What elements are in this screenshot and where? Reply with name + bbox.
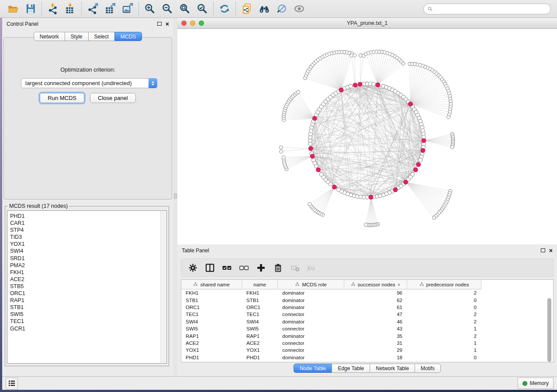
graph-node[interactable] <box>349 84 353 88</box>
split-view-button[interactable] <box>204 262 215 273</box>
list-item[interactable]: ORC1 <box>10 290 166 297</box>
float-table-panel-icon[interactable] <box>541 248 545 252</box>
column-header-predecessor-nodes[interactable]: predecessor nodes <box>407 280 481 289</box>
close-table-panel-icon[interactable]: × <box>549 248 553 253</box>
table-row[interactable]: ORC1ORC1dominator610 <box>181 304 553 311</box>
mcds-result-list[interactable]: PHD1CAR1STP4TID3YOX1SWI4SRD1PMA2FKH1ACE2… <box>7 210 167 364</box>
graph-leaf-node[interactable] <box>308 203 311 206</box>
deselect-all-button[interactable] <box>239 262 249 273</box>
binoculars-button[interactable] <box>256 1 273 16</box>
list-item[interactable]: SWI5 <box>10 311 166 318</box>
zoom-out-button[interactable] <box>159 1 176 16</box>
criterion-select[interactable]: largest connected component (undirected) <box>21 78 157 88</box>
table-row[interactable]: TEC1TEC1connector472 <box>181 311 553 318</box>
list-item[interactable]: YOX1 <box>10 241 166 248</box>
column-header-successor-nodes[interactable]: successor nodes∨ <box>344 280 407 289</box>
list-item[interactable]: TEC1 <box>10 318 166 325</box>
list-item[interactable]: TID3 <box>10 234 166 241</box>
node-table[interactable]: shared namenameMCDS rolesuccessor nodes∨… <box>181 279 554 362</box>
graph-node[interactable] <box>311 158 315 162</box>
graph-mcds-node[interactable] <box>310 154 315 158</box>
export-network-button[interactable] <box>84 1 101 16</box>
table-row[interactable]: SWI4SWI4dominator462 <box>181 318 553 325</box>
list-item[interactable]: SWI4 <box>10 248 166 254</box>
table-row[interactable]: FKH1FKH1dominator962 <box>181 289 553 296</box>
list-item[interactable]: PHD1 <box>10 213 166 220</box>
graph-node[interactable] <box>319 172 323 176</box>
graph-mcds-node[interactable] <box>376 83 380 87</box>
table-row[interactable]: STB1STB1dominator620 <box>181 296 553 303</box>
graph-mcds-node[interactable] <box>332 185 337 189</box>
zoom-in-button[interactable] <box>141 1 159 16</box>
graph-mcds-node[interactable] <box>339 88 343 92</box>
column-header-shared-name[interactable]: shared name <box>181 280 242 289</box>
table-row[interactable]: YOX1YOX1connector291 <box>181 347 553 354</box>
graph-leaf-node[interactable] <box>364 223 368 227</box>
list-item[interactable]: RAP1 <box>10 297 166 304</box>
tab-network[interactable]: Network <box>34 32 65 41</box>
network-window-titlebar[interactable]: YPA_prune.txt_1 <box>177 18 557 29</box>
close-panel-icon[interactable]: × <box>166 22 169 26</box>
graph-leaf-node[interactable] <box>432 216 436 220</box>
graph-node[interactable] <box>372 83 376 86</box>
graph-leaf-node[interactable] <box>447 116 450 119</box>
save-session-button[interactable] <box>22 1 39 16</box>
tab-style[interactable]: Style <box>65 32 89 41</box>
graph-leaf-node[interactable] <box>401 62 405 65</box>
delete-row-button[interactable] <box>273 262 283 273</box>
run-mcds-button[interactable]: Run MCDS <box>40 93 84 103</box>
graph-node[interactable] <box>419 158 422 162</box>
panel-splitter[interactable] <box>173 18 177 376</box>
list-item[interactable]: FKH1 <box>10 269 166 276</box>
export-web-button[interactable] <box>238 1 256 16</box>
tab-mcds[interactable]: MCDS <box>114 32 142 41</box>
list-item[interactable]: ACE2 <box>10 276 166 283</box>
graph-mcds-node[interactable] <box>313 116 317 120</box>
tab-motifs[interactable]: Motifs <box>415 364 441 373</box>
search-box[interactable] <box>423 3 551 14</box>
graph-leaf-node[interactable] <box>282 156 285 159</box>
zoom-selected-button[interactable] <box>194 1 211 16</box>
result-list-scrollbar[interactable] <box>160 211 166 363</box>
list-item[interactable]: PMA2 <box>10 262 166 269</box>
graph-mcds-node[interactable] <box>421 148 425 153</box>
graph-leaf-node[interactable] <box>279 146 283 149</box>
graph-mcds-node[interactable] <box>369 195 373 199</box>
graph-leaf-node[interactable] <box>297 90 300 94</box>
show-hide-button[interactable] <box>291 1 308 16</box>
graph-leaf-node[interactable] <box>280 150 283 153</box>
graph-mcds-node[interactable] <box>414 168 418 172</box>
network-canvas[interactable] <box>177 29 557 244</box>
graph-mcds-node[interactable] <box>408 102 413 107</box>
list-item[interactable]: GCR1 <box>10 325 166 332</box>
graph-mcds-node[interactable] <box>353 83 357 87</box>
graph-mcds-node[interactable] <box>316 168 321 172</box>
select-all-button[interactable] <box>221 262 232 273</box>
settings-button[interactable] <box>187 262 198 273</box>
close-panel-button[interactable]: Close panel <box>90 93 136 103</box>
list-item[interactable]: STB5 <box>10 283 166 290</box>
table-row[interactable]: SWI5SWI5connector431 <box>181 325 553 332</box>
table-row[interactable]: PHD1PHD1dominator180 <box>181 354 553 361</box>
list-item[interactable]: SRD1 <box>10 255 166 262</box>
export-image-button[interactable] <box>119 1 136 16</box>
float-panel-icon[interactable] <box>157 22 162 26</box>
open-file-button[interactable] <box>4 1 22 16</box>
graph-leaf-node[interactable] <box>353 54 356 57</box>
column-header-name[interactable]: name <box>242 280 278 289</box>
list-item[interactable]: STP4 <box>10 227 166 234</box>
import-table-button[interactable] <box>62 1 79 16</box>
graph-mcds-node[interactable] <box>416 162 421 167</box>
zoom-fit-button[interactable] <box>176 1 194 16</box>
task-history-button[interactable] <box>6 378 18 389</box>
tab-select[interactable]: Select <box>88 32 115 41</box>
graph-node[interactable] <box>337 188 341 192</box>
tab-node-table[interactable]: Node Table <box>294 364 332 373</box>
list-item[interactable]: CAR1 <box>10 220 166 227</box>
graph-mcds-node[interactable] <box>358 82 362 86</box>
table-row[interactable]: RAP1RAP1dominator352 <box>181 332 553 339</box>
splitter-sash[interactable] <box>174 193 177 199</box>
refresh-button[interactable] <box>216 1 233 16</box>
hide-style-button[interactable] <box>273 1 291 16</box>
memory-button[interactable]: Memory <box>518 378 554 389</box>
